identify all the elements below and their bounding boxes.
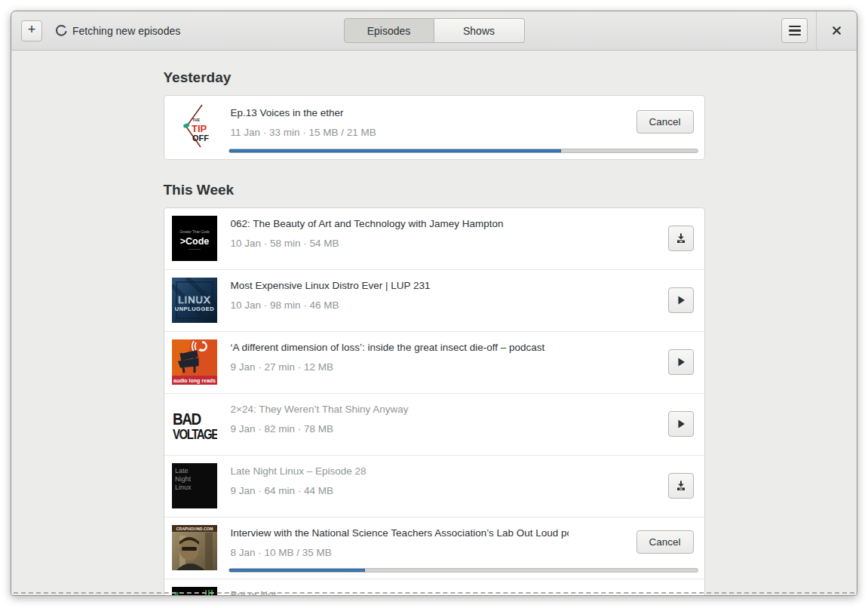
episode-title: Ep.13 Voices in the ether — [231, 107, 569, 118]
craphound-cover: CRAPHOUND.COM — [172, 525, 217, 570]
episode-title: Late Night Linux – Episode 28 — [231, 465, 569, 477]
audio-long-reads-cover: audio long reads — [172, 339, 217, 385]
late-night-linux-cover: Late Night Linux — [172, 463, 217, 508]
hamburger-icon — [789, 23, 801, 38]
download-episode-button[interactable] — [668, 473, 694, 499]
header-right — [781, 11, 847, 51]
yesterday-frame: THE TIP OFF Ep.13 Voices in the ether 11… — [164, 95, 705, 160]
episode-title: Most Expensive Linux Distro Ever | LUP 2… — [231, 280, 569, 291]
svg-text:Night: Night — [175, 475, 192, 483]
svg-text:BAD: BAD — [173, 410, 201, 428]
play-episode-button[interactable] — [668, 287, 694, 313]
tip-off-cover: THE TIP OFF — [172, 103, 217, 149]
episode-row[interactable]: THE TIP OFF Ep.13 Voices in the ether 11… — [164, 96, 704, 159]
greater-than-code-cover: Greater Than Code >Code — [172, 216, 217, 261]
svg-text:CRAPHOUND.COM: CRAPHOUND.COM — [176, 527, 213, 531]
episode-row[interactable]: LINUX UNPLUGGED Most Expensive Linux Dis… — [164, 269, 704, 331]
episode-row[interactable]: CRAPHOUND.COM Interview with the Nationa… — [164, 517, 704, 579]
irl-cover: » IRL — [172, 587, 217, 595]
cancel-download-button[interactable]: Cancel — [636, 110, 694, 134]
episode-meta: 11 Jan · 33 min · 15 MB / 21 MB — [231, 127, 376, 138]
svg-text:OFF: OFF — [192, 134, 209, 143]
scroll-undershoot-indicator — [14, 592, 854, 594]
download-episode-button[interactable] — [668, 226, 694, 251]
progress-fill — [229, 569, 365, 572]
section-title-this-week: This Week — [164, 180, 705, 200]
episode-meta: 9 Jan · 82 min · 78 MB — [231, 423, 334, 435]
add-podcast-button[interactable]: + — [21, 20, 42, 41]
window-close-icon — [831, 25, 842, 36]
episode-meta: 10 Jan · 98 min · 46 MB — [231, 299, 339, 311]
cancel-download-button[interactable]: Cancel — [636, 530, 694, 554]
svg-text:LINUX: LINUX — [178, 294, 210, 306]
bad-voltage-cover: BAD VOLTAGE — [172, 401, 217, 447]
tab-shows[interactable]: Shows — [434, 18, 525, 43]
episodes-column: Yesterday THE TIP OFF Ep.13 Voices in th… — [164, 51, 705, 595]
episode-title: 062: The Beauty of Art and Technology wi… — [231, 218, 569, 229]
episode-meta: 10 Jan · 58 min · 54 MB — [231, 238, 339, 249]
play-episode-button[interactable] — [668, 349, 694, 375]
download-icon — [675, 480, 687, 492]
svg-text:Greater Than Code: Greater Than Code — [179, 230, 210, 234]
close-button[interactable] — [826, 20, 847, 41]
download-progressbar — [229, 568, 698, 573]
episode-row[interactable]: Greater Than Code >Code 062: The Beauty … — [164, 208, 704, 269]
episode-row[interactable]: BAD VOLTAGE 2×24: They Weren’t That Shin… — [164, 393, 704, 455]
episode-row[interactable]: audio long reads ‘A different dimension … — [164, 331, 704, 393]
episode-row[interactable]: Late Night Linux Late Night Linux – Epis… — [164, 455, 704, 517]
episode-meta: 8 Jan · 10 MB / 35 MB — [231, 547, 332, 558]
spinner-icon — [55, 24, 68, 37]
svg-text:TIP: TIP — [192, 123, 207, 134]
menu-button[interactable] — [781, 18, 808, 43]
svg-text:VOLTAGE: VOLTAGE — [173, 427, 217, 443]
download-progressbar — [229, 149, 698, 153]
svg-text:>Code: >Code — [179, 236, 209, 247]
download-icon — [675, 232, 687, 244]
svg-text:UNPLUGGED: UNPLUGGED — [174, 306, 214, 312]
tab-episodes[interactable]: Episodes — [344, 18, 434, 43]
svg-text:audio long reads: audio long reads — [173, 378, 215, 384]
episode-title: Interview with the National Science Teac… — [231, 527, 569, 539]
linux-unplugged-cover: LINUX UNPLUGGED — [172, 278, 217, 323]
play-icon — [675, 356, 687, 368]
headerbar: + Fetching new episodes Episodes Shows — [11, 11, 857, 51]
header-separator — [816, 11, 817, 51]
svg-text:Late: Late — [175, 467, 189, 474]
svg-text:THE: THE — [192, 118, 201, 122]
play-episode-button[interactable] — [668, 411, 694, 437]
play-icon — [675, 418, 687, 430]
play-icon — [675, 294, 687, 306]
episode-meta: 9 Jan · 64 min · 44 MB — [231, 485, 334, 496]
this-week-frame: Greater Than Code >Code 062: The Beauty … — [164, 207, 705, 595]
status-text: Fetching new episodes — [72, 25, 180, 37]
episode-title: ‘A different dimension of loss’: inside … — [231, 342, 569, 353]
episodes-view: Yesterday THE TIP OFF Ep.13 Voices in th… — [11, 51, 857, 595]
progress-fill — [229, 149, 562, 152]
episode-meta: 9 Jan · 27 min · 12 MB — [231, 361, 334, 373]
episode-title: 2×24: They Weren’t That Shiny Anyway — [231, 404, 569, 415]
section-title-yesterday: Yesterday — [164, 68, 705, 88]
svg-text:Linux: Linux — [175, 484, 192, 491]
app-window: + Fetching new episodes Episodes Shows — [11, 11, 857, 596]
view-switcher: Episodes Shows — [344, 18, 525, 43]
